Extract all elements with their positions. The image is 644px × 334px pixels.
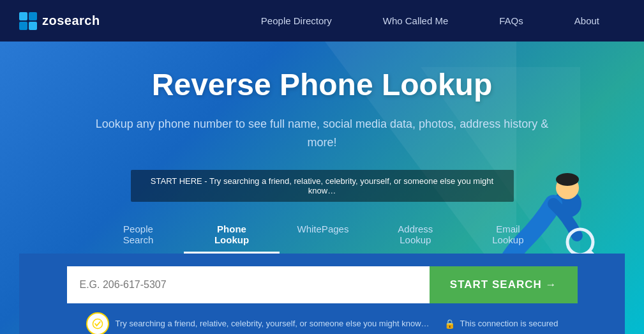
secure-text: This connection is secured	[460, 319, 558, 328]
tab-phone-lookup[interactable]: Phone Lookup	[184, 217, 279, 254]
logo-grid-icon	[19, 12, 37, 30]
search-tabs: People Search Phone Lookup WhitePages Ad…	[93, 217, 552, 254]
nav-link-who-called-me[interactable]: Who Called Me	[357, 0, 474, 42]
norton-text: Try searching a friend, relative, celebr…	[116, 319, 430, 328]
nav-links: People Directory Who Called Me FAQs Abou…	[236, 0, 625, 42]
phone-search-input[interactable]	[67, 266, 430, 303]
norton-area: Try searching a friend, relative, celebr…	[86, 312, 430, 334]
search-bar-area: START SEARCH → Try searching a friend, r…	[19, 254, 625, 334]
norton-badge	[86, 312, 109, 334]
tab-people-search[interactable]: People Search	[93, 217, 184, 254]
logo[interactable]: zosearch	[19, 12, 100, 30]
start-banner: START HERE - Try searching a friend, rel…	[131, 170, 514, 202]
logo-text: zosearch	[42, 13, 100, 28]
start-search-button[interactable]: START SEARCH →	[430, 266, 578, 303]
nav-link-about[interactable]: About	[549, 0, 625, 42]
navbar: zosearch People Directory Who Called Me …	[0, 0, 644, 42]
bottom-bar: Try searching a friend, relative, celebr…	[67, 303, 578, 334]
secure-area: 🔒 This connection is secured	[444, 319, 558, 329]
search-bar-container: START SEARCH →	[67, 266, 578, 303]
nav-link-people-directory[interactable]: People Directory	[236, 0, 357, 42]
tab-whitepages[interactable]: WhitePages	[280, 217, 367, 254]
hero-subtitle: Lookup any phone number to see full name…	[93, 115, 552, 152]
tab-email-lookup[interactable]: Email Lookup	[464, 217, 551, 254]
start-banner-text: START HERE - Try searching a friend, rel…	[151, 176, 493, 195]
tab-address-lookup[interactable]: Address Lookup	[366, 217, 464, 254]
nav-link-faqs[interactable]: FAQs	[474, 0, 549, 42]
lock-icon: 🔒	[444, 319, 455, 329]
hero-content: Reverse Phone Lookup Lookup any phone nu…	[93, 67, 552, 254]
svg-point-2	[556, 173, 579, 186]
hero-title: Reverse Phone Lookup	[93, 67, 552, 102]
norton-check-icon	[92, 318, 103, 330]
hero-section: Reverse Phone Lookup Lookup any phone nu…	[0, 42, 644, 334]
